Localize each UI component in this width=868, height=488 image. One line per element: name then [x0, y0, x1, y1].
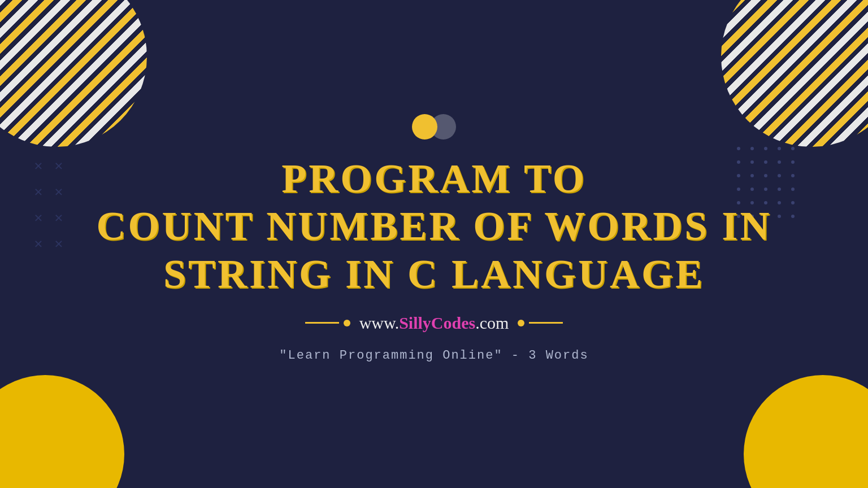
left-line-dot	[305, 320, 350, 326]
main-content: PROGRAM TO COUNT NUMBER OF WORDS IN STRI…	[0, 0, 868, 488]
right-dot	[518, 320, 524, 326]
logo-circle-gold	[412, 114, 437, 140]
heading-line1: PROGRAM TO	[281, 156, 586, 201]
output-subtitle: "Learn Programming Online" - 3 Words	[279, 348, 588, 363]
logo-circles	[412, 114, 456, 140]
website-url: www.SillyCodes.com	[359, 313, 509, 333]
heading-line3: STRING IN C LANGUAGE	[163, 252, 705, 297]
right-line	[529, 322, 563, 324]
right-line-dot	[518, 320, 563, 326]
heading-line2: COUNT NUMBER OF WORDS IN	[97, 204, 772, 249]
website-line: www.SillyCodes.com	[305, 313, 563, 333]
website-brand: SillyCodes	[399, 313, 475, 332]
left-line	[305, 322, 339, 324]
left-dot	[344, 320, 350, 326]
